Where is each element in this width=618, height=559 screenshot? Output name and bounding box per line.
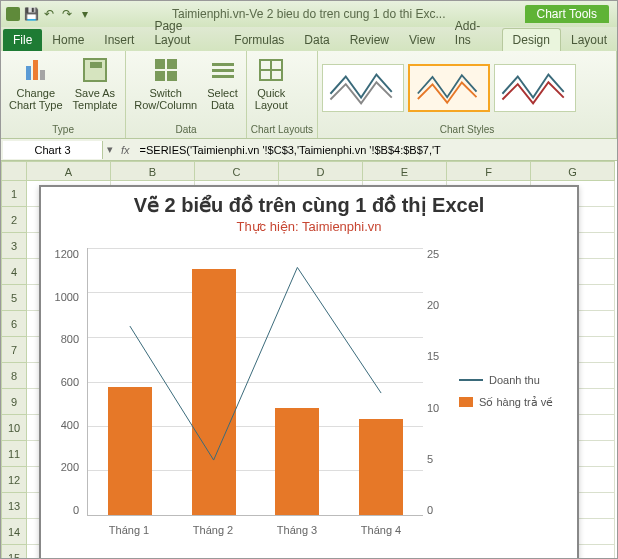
legend-box-icon: [459, 397, 473, 407]
select-data-button[interactable]: Select Data: [203, 53, 242, 113]
ribbon: Change Chart Type Save As Template Type …: [1, 51, 617, 139]
row-header[interactable]: 1: [1, 181, 27, 207]
row-header[interactable]: 3: [1, 233, 27, 259]
y1-tick: 400: [49, 419, 79, 431]
tab-layout[interactable]: Layout: [561, 29, 617, 51]
tab-data[interactable]: Data: [294, 29, 339, 51]
chart-body: 1200 1000 800 600 400 200 0 25 20 15: [41, 234, 577, 544]
tab-insert[interactable]: Insert: [94, 29, 144, 51]
chart-type-icon: [21, 55, 51, 85]
save-icon[interactable]: 💾: [23, 6, 39, 22]
cell-area[interactable]: for(let i=0;i<105;i++)document.write('<d…: [27, 181, 617, 558]
y2-tick: 5: [427, 453, 451, 465]
row-header[interactable]: 15: [1, 545, 27, 559]
select-all-corner[interactable]: [1, 161, 27, 181]
x-tick: Tháng 3: [277, 524, 317, 536]
title-bar: 💾 ↶ ↷ ▾ Taimienphi.vn-Ve 2 bieu do tren …: [1, 1, 617, 27]
formula-input[interactable]: =SERIES('Taimienphi.vn '!$C$3,'Taimienph…: [136, 144, 617, 156]
save-as-template-button[interactable]: Save As Template: [69, 53, 122, 113]
switch-row-column-button[interactable]: Switch Row/Column: [130, 53, 201, 113]
x-tick: Tháng 4: [361, 524, 401, 536]
tab-file[interactable]: File: [3, 29, 42, 51]
legend-line-icon: [459, 379, 483, 381]
x-tick: Tháng 2: [193, 524, 233, 536]
chart-legend[interactable]: Doanh thu Số hàng trả về: [451, 240, 569, 542]
save-as-template-label: Save As Template: [73, 87, 118, 111]
undo-icon[interactable]: ↶: [41, 6, 57, 22]
group-data: Switch Row/Column Select Data Data: [126, 51, 247, 138]
y2-tick: 0: [427, 504, 451, 516]
col-header[interactable]: E: [363, 161, 447, 181]
col-header[interactable]: B: [111, 161, 195, 181]
select-data-label: Select Data: [207, 87, 238, 111]
plot-inner: [87, 248, 423, 516]
tab-formulas[interactable]: Formulas: [224, 29, 294, 51]
row-headers: 1 2 3 4 5 6 7 8 9 10 11 12 13 14 15: [1, 161, 27, 558]
chart-subtitle[interactable]: Thực hiện: Taimienphi.vn: [41, 219, 577, 234]
group-type: Change Chart Type Save As Template Type: [1, 51, 126, 138]
chart-title[interactable]: Vẽ 2 biểu đồ trên cùng 1 đồ thị Excel: [41, 193, 577, 217]
y1-tick: 1000: [49, 291, 79, 303]
plot-area[interactable]: 1200 1000 800 600 400 200 0 25 20 15: [49, 240, 451, 542]
y2-tick: 20: [427, 299, 451, 311]
ribbon-tabs: File Home Insert Page Layout Formulas Da…: [1, 27, 617, 51]
switch-label: Switch Row/Column: [134, 87, 197, 111]
legend-label: Doanh thu: [489, 374, 540, 386]
row-header[interactable]: 10: [1, 415, 27, 441]
y2-tick: 10: [427, 402, 451, 414]
name-box[interactable]: Chart 3: [3, 141, 103, 159]
col-header[interactable]: D: [279, 161, 363, 181]
quick-layout-button[interactable]: Quick Layout: [251, 53, 292, 113]
select-data-icon: [208, 55, 238, 85]
change-chart-type-button[interactable]: Change Chart Type: [5, 53, 67, 113]
save-template-icon: [80, 55, 110, 85]
col-header[interactable]: A: [27, 161, 111, 181]
tab-view[interactable]: View: [399, 29, 445, 51]
x-axis: Tháng 1 Tháng 2 Tháng 3 Tháng 4: [87, 524, 423, 536]
row-header[interactable]: 13: [1, 493, 27, 519]
tab-addins[interactable]: Add-Ins: [445, 15, 502, 51]
legend-item: Số hàng trả về: [459, 396, 569, 409]
column-headers: A B C D E F G: [27, 161, 617, 181]
chart-title-area: Vẽ 2 biểu đồ trên cùng 1 đồ thị Excel Th…: [41, 187, 577, 234]
row-header[interactable]: 11: [1, 441, 27, 467]
worksheet: 1 2 3 4 5 6 7 8 9 10 11 12 13 14 15 A B …: [1, 161, 617, 558]
tab-home[interactable]: Home: [42, 29, 94, 51]
col-header[interactable]: C: [195, 161, 279, 181]
legend-item: Doanh thu: [459, 374, 569, 386]
chart-object[interactable]: Vẽ 2 biểu đồ trên cùng 1 đồ thị Excel Th…: [39, 185, 579, 559]
y1-tick: 800: [49, 333, 79, 345]
primary-y-axis: 1200 1000 800 600 400 200 0: [49, 248, 83, 516]
y1-tick: 200: [49, 461, 79, 473]
y2-tick: 15: [427, 350, 451, 362]
row-header[interactable]: 8: [1, 363, 27, 389]
chart-style-3[interactable]: [494, 64, 576, 112]
row-header[interactable]: 12: [1, 467, 27, 493]
row-header[interactable]: 9: [1, 389, 27, 415]
contextual-tab-label: Chart Tools: [525, 5, 609, 23]
chart-style-1[interactable]: [322, 64, 404, 112]
y1-tick: 0: [49, 504, 79, 516]
tab-design[interactable]: Design: [502, 28, 561, 51]
qat-customize-icon[interactable]: ▾: [77, 6, 93, 22]
row-header[interactable]: 2: [1, 207, 27, 233]
quick-layout-label: Quick Layout: [255, 87, 288, 111]
row-header[interactable]: 6: [1, 311, 27, 337]
row-header[interactable]: 7: [1, 337, 27, 363]
col-header[interactable]: G: [531, 161, 615, 181]
redo-icon[interactable]: ↷: [59, 6, 75, 22]
row-header[interactable]: 5: [1, 285, 27, 311]
line-series[interactable]: [88, 248, 423, 559]
tab-page-layout[interactable]: Page Layout: [144, 15, 224, 51]
switch-icon: [151, 55, 181, 85]
group-styles-label: Chart Styles: [320, 123, 614, 136]
chart-style-2[interactable]: [408, 64, 490, 112]
row-header[interactable]: 4: [1, 259, 27, 285]
y1-tick: 1200: [49, 248, 79, 260]
row-header[interactable]: 14: [1, 519, 27, 545]
dropdown-icon[interactable]: ▾: [105, 143, 115, 156]
col-header[interactable]: F: [447, 161, 531, 181]
tab-review[interactable]: Review: [340, 29, 399, 51]
fx-icon[interactable]: fx: [115, 144, 136, 156]
formula-bar: Chart 3 ▾ fx =SERIES('Taimienphi.vn '!$C…: [1, 139, 617, 161]
